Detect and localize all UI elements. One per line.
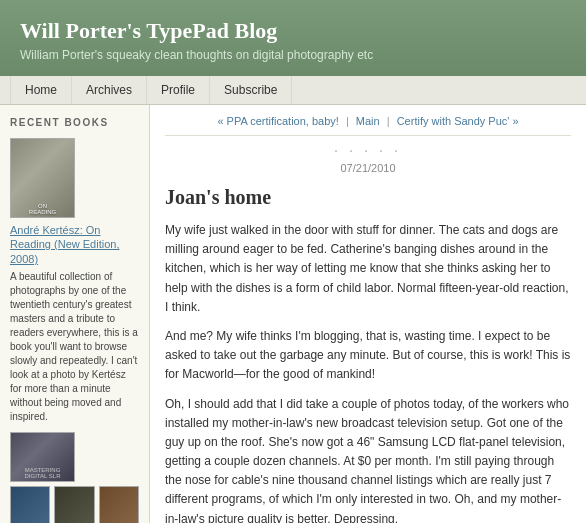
blog-title: Will Porter's TypePad Blog: [20, 18, 566, 44]
book-1-desc: A beautiful collection of photographs by…: [10, 270, 139, 424]
header: Will Porter's TypePad Blog William Porte…: [0, 0, 586, 76]
post-nav-sep1: |: [346, 115, 349, 127]
book-2: MASTERINGDIGITAL SLR: [10, 432, 139, 523]
post-date: 07/21/2010: [165, 162, 571, 174]
post-nav-prev[interactable]: « PPA certification, baby!: [217, 115, 338, 127]
post-nav-mid[interactable]: Main: [356, 115, 380, 127]
sidebar-title: Recent Books: [10, 117, 139, 128]
post-body: My wife just walked in the door with stu…: [165, 221, 571, 523]
post-paragraph-1: My wife just walked in the door with stu…: [165, 221, 571, 317]
sidebar: Recent Books ONREADING André Kertész: On…: [0, 105, 150, 523]
book-1: ONREADING André Kertész: On Reading (New…: [10, 138, 139, 424]
post-nav-next[interactable]: Certify with Sandy Puc' »: [397, 115, 519, 127]
book-1-link[interactable]: André Kertész: On Reading (New Edition, …: [10, 223, 139, 266]
post-paragraph-3: Oh, I should add that I did take a coupl…: [165, 395, 571, 524]
post-dots: · · · · ·: [165, 144, 571, 160]
content-area: Recent Books ONREADING André Kertész: On…: [0, 105, 586, 523]
nav-archives[interactable]: Archives: [72, 76, 147, 104]
post-paragraph-2: And me? My wife thinks I'm blogging, tha…: [165, 327, 571, 385]
nav-subscribe[interactable]: Subscribe: [210, 76, 292, 104]
blog-subtitle: William Porter's squeaky clean thoughts …: [20, 48, 566, 62]
navigation: Home Archives Profile Subscribe: [0, 76, 586, 105]
book-1-image: ONREADING: [10, 138, 75, 218]
post-navigation: « PPA certification, baby! | Main | Cert…: [165, 115, 571, 136]
book-2-image: MASTERINGDIGITAL SLR: [10, 432, 75, 482]
book-small-2: [54, 486, 94, 523]
post-nav-sep2: |: [387, 115, 390, 127]
main-content: « PPA certification, baby! | Main | Cert…: [150, 105, 586, 523]
book-row: [10, 486, 139, 523]
book-small-3: [99, 486, 139, 523]
nav-home[interactable]: Home: [10, 76, 72, 104]
book-small-1: [10, 486, 50, 523]
post-title: Joan's home: [165, 186, 571, 209]
nav-profile[interactable]: Profile: [147, 76, 210, 104]
